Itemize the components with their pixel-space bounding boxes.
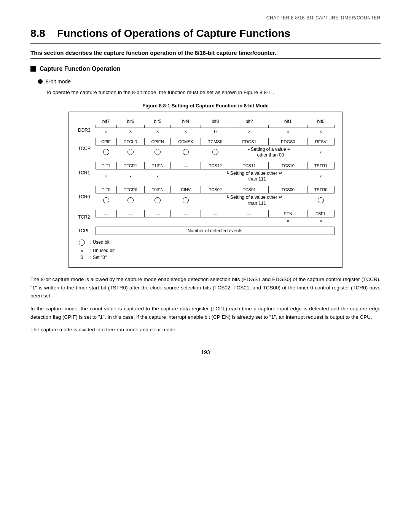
table-row: TCPL Number of detected events — [76, 227, 335, 235]
chapter-title: CHAPTER 8 8/16-BIT CAPTURE TIMER/COUNTER — [266, 15, 381, 21]
tcr2-bit4: — — [171, 210, 201, 217]
legend-unused-desc: : Unused bit — [90, 248, 115, 253]
tcr0-bit7: TIF0 — [96, 186, 116, 193]
paragraph-2-text: In the capture mode, the count value is … — [30, 306, 381, 320]
legend-row-used: : Used bit — [76, 240, 335, 247]
ddr3-bit2 — [230, 125, 269, 128]
legend-row-unused: × : Unused bit — [76, 248, 335, 254]
table-row: TCR0 TIF0 TFCR0 T0IEN CINV TCS02 TCS01 T… — [76, 186, 335, 193]
table-row-sub: └ Setting of a value ↵ other than 00 × — [76, 145, 335, 160]
register-table: bit7 bit6 bit5 bit4 bit3 bit2 bit1 bit0 … — [76, 118, 335, 235]
intro-text: This section describes the capture funct… — [30, 50, 381, 56]
tcpl-label: TCPL — [76, 227, 96, 235]
tcr0-bit3: TCS02 — [201, 186, 230, 193]
figure-intro-para: To operate the capture function in the 8… — [46, 88, 381, 97]
bit3-header: bit3 — [201, 118, 230, 125]
legend-used-desc: : Used bit — [90, 240, 110, 245]
page-number: 193 — [30, 349, 381, 355]
bit4-header: bit4 — [171, 118, 201, 125]
tccr-bit3: TCMSK — [201, 138, 230, 145]
section-text: Functions of Operations of Capture Funct… — [57, 27, 290, 39]
table-row: TCR2 — — — — — — PEN TSEL — [76, 210, 335, 217]
section-number: 8.8 — [30, 27, 45, 39]
figure-caption: Figure 8.8-1 Setting of Capture Function… — [30, 103, 381, 109]
legend-zero-desc: : Set "0" — [90, 255, 107, 260]
table-row-sub: └ Setting of a value other ↵ than 111 — [76, 193, 335, 208]
divider-thick — [30, 43, 381, 44]
tcr1-bit3: TCS12 — [201, 162, 230, 169]
table-row: DDR3 — [76, 125, 335, 128]
tcr2-bit5: — — [145, 210, 171, 217]
bit2-header: bit2 — [230, 118, 269, 125]
legend-unused-symbol: × — [76, 248, 87, 254]
bit0-header: bit0 — [307, 118, 335, 125]
ddr3-bit7 — [96, 125, 116, 128]
ddr3-bit0 — [307, 125, 335, 128]
tcr1-bit7: TIF1 — [96, 162, 116, 169]
tcr0-bit1: TCS00 — [269, 186, 307, 193]
section-heading-label: Capture Function Operation — [40, 66, 120, 72]
legend-row-zero: 0 : Set "0" — [76, 255, 335, 260]
table-row-sub: × × × └ Setting of a value other ↵ than … — [76, 169, 335, 184]
ddr3-label: DDR3 — [76, 125, 96, 136]
used-bit-icon — [155, 197, 161, 203]
tccr-bit7: CPIF — [96, 138, 116, 145]
bullet-circle-icon — [38, 79, 43, 84]
used-bit-icon — [127, 149, 134, 155]
used-bit-icon — [103, 197, 109, 203]
tccr-label: TCCR — [76, 138, 96, 160]
capture-function-heading: Capture Function Operation — [30, 66, 381, 72]
tcr1-bit0: TSTR1 — [307, 162, 335, 169]
black-square-icon — [30, 66, 36, 72]
tcr2-bit0: TSEL — [307, 210, 335, 217]
used-bit-icon — [127, 197, 134, 203]
tcr1-label: TCR1 — [76, 162, 96, 184]
tcpl-value: Number of detected events — [96, 227, 335, 235]
tcr2-bit7: — — [96, 210, 116, 217]
legend-zero-symbol: 0 — [76, 255, 87, 260]
used-bit-icon — [212, 149, 218, 155]
used-bit-icon — [318, 197, 324, 203]
tcr1-bit5: T1IEN — [145, 162, 171, 169]
paragraph-1-text: The 8-bit capture mode is allowed by the… — [30, 276, 381, 299]
used-bit-icon — [155, 149, 161, 155]
ddr3-bit3 — [201, 125, 230, 128]
legend-used-symbol — [76, 240, 87, 247]
used-bit-icon — [103, 149, 109, 155]
tcr0-bit5: T0IEN — [145, 186, 171, 193]
legend-area: : Used bit × : Unused bit 0 : Set "0" — [76, 240, 335, 260]
tcr0-bit6: TFCR0 — [116, 186, 145, 193]
table-row-sub: × × — [76, 217, 335, 225]
bit-mode-label: 8-bit mode — [46, 78, 71, 85]
section-title: 8.8 Functions of Operations of Capture F… — [30, 27, 381, 40]
table-row: TCCR CPIF CFCLR CPIEN CCMSK TCMSK EDGS1 … — [76, 138, 335, 145]
tcr0-bit4: CINV — [171, 186, 201, 193]
ddr3-bit4 — [171, 125, 201, 128]
tcr2-bit3: — — [201, 210, 230, 217]
tcr2-bit2: — — [230, 210, 269, 217]
paragraph-1: The 8-bit capture mode is allowed by the… — [30, 275, 381, 300]
tccr-bit6: CFCLR — [116, 138, 145, 145]
tcr2-bit1: PEN — [269, 210, 307, 217]
paragraph-2: In the capture mode, the count value is … — [30, 305, 381, 321]
tccr-bit4: CCMSK — [171, 138, 201, 145]
paragraph-3: The capture mode is divided into free-ru… — [30, 326, 381, 334]
tcr0-bit0: TSTR0 — [307, 186, 335, 193]
paragraph-3-text: The capture mode is divided into free-ru… — [30, 327, 177, 332]
divider-thin — [30, 58, 381, 59]
bit7-header: bit7 — [96, 118, 116, 125]
tcr1-bit4: — — [171, 162, 201, 169]
bit6-header: bit6 — [116, 118, 145, 125]
bit-mode-container: 8-bit mode — [38, 78, 381, 85]
used-bit-icon — [183, 149, 189, 155]
tccr-bit5: CPIEN — [145, 138, 171, 145]
tcr0-bit2: TCS01 — [230, 186, 269, 193]
used-bit-icon — [183, 197, 189, 203]
tcr2-bit6: — — [116, 210, 145, 217]
bit1-header: bit1 — [269, 118, 307, 125]
ddr3-bit6 — [116, 125, 145, 128]
bit5-header: bit5 — [145, 118, 171, 125]
tcr0-label: TCR0 — [76, 186, 96, 208]
tccr-bit0: RESV — [307, 138, 335, 145]
tccr-bit2: EDGS1 — [230, 138, 269, 145]
